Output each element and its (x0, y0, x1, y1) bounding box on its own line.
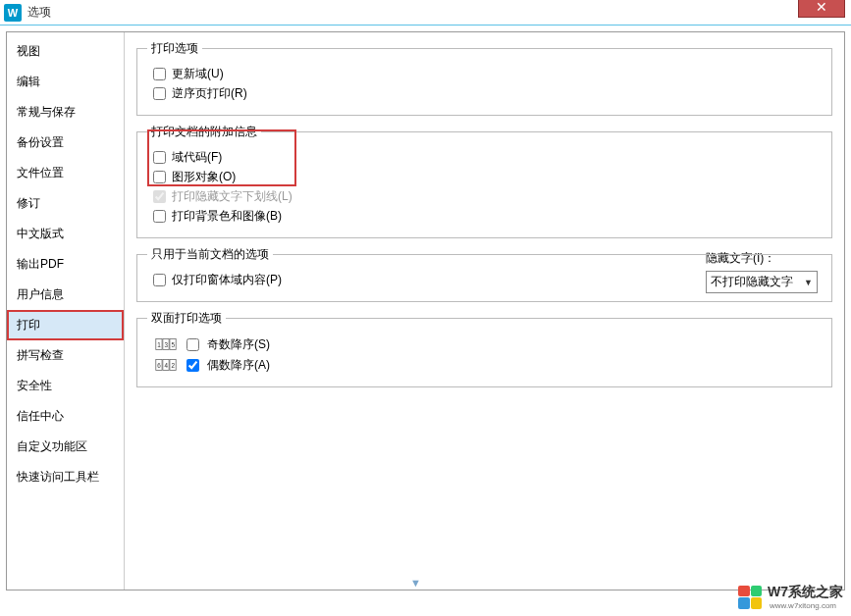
sidebar-item-quick-access[interactable]: 快速访问工具栏 (7, 462, 124, 492)
label-print-background: 打印背景色和图像(B) (172, 208, 282, 225)
sidebar-item-user-info[interactable]: 用户信息 (7, 280, 124, 310)
opt-reverse-order: 逆序页打印(R) (153, 85, 822, 102)
sidebar-item-edit[interactable]: 编辑 (7, 67, 124, 97)
app-icon: W (4, 4, 22, 22)
svg-text:6: 6 (157, 362, 161, 369)
checkbox-graphic-objects[interactable] (153, 171, 166, 183)
sidebar-item-print[interactable]: 打印 (7, 310, 124, 340)
sidebar: 视图 编辑 常规与保存 备份设置 文件位置 修订 中文版式 输出PDF 用户信息… (7, 32, 125, 590)
label-reverse-order: 逆序页打印(R) (172, 85, 247, 102)
close-button[interactable]: ✕ (798, 0, 845, 18)
label-form-fields-only: 仅打印窗体域内容(P) (172, 272, 282, 288)
sidebar-item-spell-check[interactable]: 拼写检查 (7, 340, 124, 371)
watermark: W7系统之家 www.w7xitong.com (738, 584, 843, 610)
checkbox-reverse-order[interactable] (153, 87, 166, 100)
opt-odd-desc: 135 奇数降序(S) (153, 335, 822, 353)
svg-text:2: 2 (172, 362, 176, 369)
close-icon: ✕ (816, 0, 827, 15)
opt-even-desc: 642 偶数降序(A) (153, 356, 822, 374)
label-field-codes: 域代码(F) (172, 149, 222, 166)
main-panel: 打印选项 更新域(U) 逆序页打印(R) 打印文档的附加信息 域代码(F) 图形… (125, 32, 844, 590)
watermark-logo-icon (738, 586, 762, 609)
sidebar-item-backup[interactable]: 备份设置 (7, 128, 124, 158)
group-duplex: 双面打印选项 135 奇数降序(S) 642 偶数降序(A) (136, 310, 832, 387)
sidebar-item-chinese-layout[interactable]: 中文版式 (7, 219, 124, 249)
group-doc-info: 打印文档的附加信息 域代码(F) 图形对象(O) 打印隐藏文字下划线(L) 打印… (136, 124, 832, 238)
sidebar-item-output-pdf[interactable]: 输出PDF (7, 249, 124, 280)
label-hidden-underline: 打印隐藏文字下划线(L) (172, 188, 293, 205)
sidebar-item-general-save[interactable]: 常规与保存 (7, 97, 124, 128)
checkbox-field-codes[interactable] (153, 151, 166, 164)
watermark-sub-text: www.w7xitong.com (770, 601, 843, 610)
dialog-body: 视图 编辑 常规与保存 备份设置 文件位置 修订 中文版式 输出PDF 用户信息… (6, 31, 845, 590)
opt-field-codes: 域代码(F) (153, 149, 822, 166)
sidebar-item-security[interactable]: 安全性 (7, 371, 124, 401)
opt-hidden-underline: 打印隐藏文字下划线(L) (153, 188, 822, 205)
label-even-desc: 偶数降序(A) (207, 357, 270, 374)
svg-text:4: 4 (164, 362, 168, 369)
opt-form-fields-only: 仅打印窗体域内容(P) (153, 272, 822, 288)
svg-text:1: 1 (157, 341, 161, 348)
watermark-main-text: W7系统之家 (768, 584, 843, 599)
sidebar-item-customize-ribbon[interactable]: 自定义功能区 (7, 432, 124, 462)
opt-print-background: 打印背景色和图像(B) (153, 208, 822, 225)
checkbox-odd-desc[interactable] (186, 338, 199, 351)
sidebar-item-file-location[interactable]: 文件位置 (7, 158, 124, 188)
group-print-options: 打印选项 更新域(U) 逆序页打印(R) (136, 40, 832, 116)
window-title: 选项 (27, 4, 51, 21)
opt-update-fields: 更新域(U) (153, 66, 822, 82)
odd-pages-icon: 135 (153, 335, 179, 353)
checkbox-form-fields-only[interactable] (153, 274, 166, 286)
label-update-fields: 更新域(U) (172, 66, 224, 82)
titlebar: W 选项 ✕ (0, 0, 851, 26)
even-pages-icon: 642 (153, 356, 179, 374)
group-doc-info-legend: 打印文档的附加信息 (147, 124, 261, 140)
label-odd-desc: 奇数降序(S) (207, 336, 270, 353)
group-current-doc-legend: 只用于当前文档的选项 (147, 246, 273, 263)
scroll-down-icon: ▼ (410, 577, 421, 589)
sidebar-item-view[interactable]: 视图 (7, 36, 124, 67)
group-duplex-legend: 双面打印选项 (147, 310, 226, 327)
svg-text:3: 3 (164, 341, 168, 348)
watermark-text-wrap: W7系统之家 www.w7xitong.com (768, 584, 843, 610)
checkbox-update-fields[interactable] (153, 68, 166, 80)
checkbox-hidden-underline (153, 190, 166, 203)
checkbox-print-background[interactable] (153, 210, 166, 223)
group-print-options-legend: 打印选项 (147, 40, 202, 57)
svg-text:5: 5 (172, 341, 176, 348)
sidebar-item-trust-center[interactable]: 信任中心 (7, 401, 124, 432)
checkbox-even-desc[interactable] (186, 359, 199, 372)
label-graphic-objects: 图形对象(O) (172, 169, 236, 185)
opt-graphic-objects: 图形对象(O) (153, 169, 822, 185)
sidebar-item-revision[interactable]: 修订 (7, 188, 124, 219)
group-current-doc: 只用于当前文档的选项 仅打印窗体域内容(P) (136, 246, 832, 302)
